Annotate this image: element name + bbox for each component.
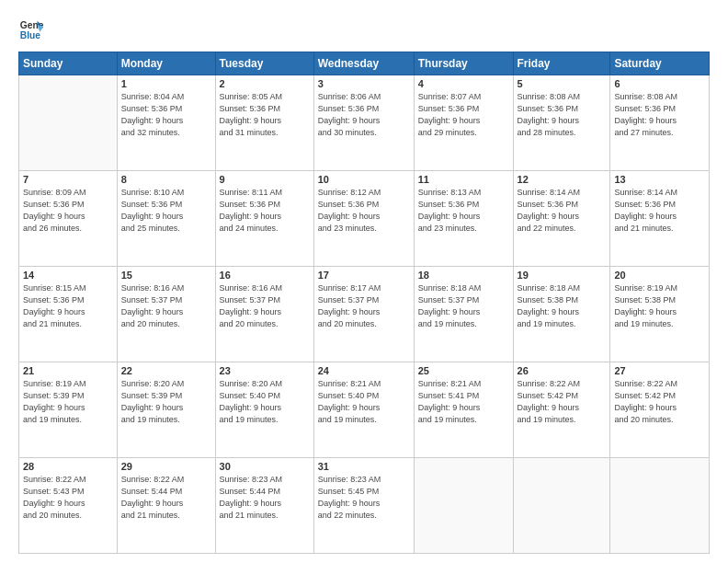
- day-info: Sunrise: 8:07 AMSunset: 5:36 PMDaylight:…: [418, 91, 509, 139]
- day-number: 25: [418, 365, 509, 376]
- calendar-cell: 2Sunrise: 8:05 AMSunset: 5:36 PMDaylight…: [215, 75, 313, 171]
- calendar-cell: 5Sunrise: 8:08 AMSunset: 5:36 PMDaylight…: [513, 75, 610, 171]
- calendar-cell: 10Sunrise: 8:12 AMSunset: 5:36 PMDayligh…: [313, 171, 414, 267]
- day-number: 8: [121, 174, 211, 185]
- day-number: 3: [318, 78, 410, 89]
- weekday-header: Tuesday: [215, 52, 313, 75]
- day-number: 11: [418, 174, 509, 185]
- logo: General Blue: [18, 17, 48, 42]
- calendar-cell: 17Sunrise: 8:17 AMSunset: 5:37 PMDayligh…: [313, 267, 414, 362]
- day-info: Sunrise: 8:09 AMSunset: 5:36 PMDaylight:…: [23, 187, 113, 235]
- calendar-cell: 19Sunrise: 8:18 AMSunset: 5:38 PMDayligh…: [513, 267, 610, 362]
- calendar-cell: 8Sunrise: 8:10 AMSunset: 5:36 PMDaylight…: [117, 171, 215, 267]
- day-number: 16: [220, 270, 310, 281]
- calendar-cell: 21Sunrise: 8:19 AMSunset: 5:39 PMDayligh…: [19, 362, 118, 458]
- calendar-cell: 15Sunrise: 8:16 AMSunset: 5:37 PMDayligh…: [117, 267, 215, 362]
- day-info: Sunrise: 8:14 AMSunset: 5:36 PMDaylight:…: [518, 187, 607, 235]
- calendar-cell: 11Sunrise: 8:13 AMSunset: 5:36 PMDayligh…: [414, 171, 513, 267]
- calendar-cell: 6Sunrise: 8:08 AMSunset: 5:36 PMDaylight…: [610, 75, 710, 171]
- day-number: 18: [418, 270, 509, 281]
- calendar-cell: 25Sunrise: 8:21 AMSunset: 5:41 PMDayligh…: [414, 362, 513, 458]
- calendar-cell: 7Sunrise: 8:09 AMSunset: 5:36 PMDaylight…: [19, 171, 118, 267]
- day-info: Sunrise: 8:21 AMSunset: 5:40 PMDaylight:…: [318, 378, 410, 426]
- calendar-cell: [19, 75, 118, 171]
- day-number: 7: [23, 174, 113, 185]
- day-number: 14: [23, 270, 113, 281]
- day-info: Sunrise: 8:19 AMSunset: 5:39 PMDaylight:…: [23, 378, 113, 426]
- day-info: Sunrise: 8:22 AMSunset: 5:42 PMDaylight:…: [518, 378, 607, 426]
- day-number: 2: [220, 78, 310, 89]
- day-info: Sunrise: 8:22 AMSunset: 5:42 PMDaylight:…: [614, 378, 705, 426]
- calendar-cell: 12Sunrise: 8:14 AMSunset: 5:36 PMDayligh…: [513, 171, 610, 267]
- day-info: Sunrise: 8:11 AMSunset: 5:36 PMDaylight:…: [220, 187, 310, 235]
- day-info: Sunrise: 8:20 AMSunset: 5:39 PMDaylight:…: [121, 378, 211, 426]
- calendar-cell: [610, 458, 710, 554]
- calendar-cell: 13Sunrise: 8:14 AMSunset: 5:36 PMDayligh…: [610, 171, 710, 267]
- day-info: Sunrise: 8:04 AMSunset: 5:36 PMDaylight:…: [121, 91, 211, 139]
- calendar-week-row: 28Sunrise: 8:22 AMSunset: 5:43 PMDayligh…: [19, 458, 710, 554]
- day-info: Sunrise: 8:18 AMSunset: 5:37 PMDaylight:…: [418, 282, 509, 330]
- calendar-cell: 30Sunrise: 8:23 AMSunset: 5:44 PMDayligh…: [215, 458, 313, 554]
- day-info: Sunrise: 8:16 AMSunset: 5:37 PMDaylight:…: [121, 282, 211, 330]
- day-number: 28: [23, 461, 113, 472]
- calendar-week-row: 21Sunrise: 8:19 AMSunset: 5:39 PMDayligh…: [19, 362, 710, 458]
- day-info: Sunrise: 8:12 AMSunset: 5:36 PMDaylight:…: [318, 187, 410, 235]
- day-info: Sunrise: 8:10 AMSunset: 5:36 PMDaylight:…: [121, 187, 211, 235]
- calendar-week-row: 7Sunrise: 8:09 AMSunset: 5:36 PMDaylight…: [19, 171, 710, 267]
- day-number: 20: [614, 270, 705, 281]
- day-number: 19: [518, 270, 607, 281]
- day-number: 27: [614, 365, 705, 376]
- logo-icon: General Blue: [18, 17, 44, 42]
- day-info: Sunrise: 8:19 AMSunset: 5:38 PMDaylight:…: [614, 282, 705, 330]
- day-info: Sunrise: 8:13 AMSunset: 5:36 PMDaylight:…: [418, 187, 509, 235]
- calendar-cell: 31Sunrise: 8:23 AMSunset: 5:45 PMDayligh…: [313, 458, 414, 554]
- day-info: Sunrise: 8:20 AMSunset: 5:40 PMDaylight:…: [220, 378, 310, 426]
- day-number: 12: [518, 174, 607, 185]
- day-number: 15: [121, 270, 211, 281]
- day-number: 9: [220, 174, 310, 185]
- day-info: Sunrise: 8:08 AMSunset: 5:36 PMDaylight:…: [518, 91, 607, 139]
- calendar-cell: 28Sunrise: 8:22 AMSunset: 5:43 PMDayligh…: [19, 458, 118, 554]
- calendar-cell: [414, 458, 513, 554]
- calendar-cell: 26Sunrise: 8:22 AMSunset: 5:42 PMDayligh…: [513, 362, 610, 458]
- weekday-header: Friday: [513, 52, 610, 75]
- day-number: 29: [121, 461, 211, 472]
- calendar-cell: 14Sunrise: 8:15 AMSunset: 5:36 PMDayligh…: [19, 267, 118, 362]
- day-info: Sunrise: 8:06 AMSunset: 5:36 PMDaylight:…: [318, 91, 410, 139]
- calendar-cell: 16Sunrise: 8:16 AMSunset: 5:37 PMDayligh…: [215, 267, 313, 362]
- calendar-cell: 3Sunrise: 8:06 AMSunset: 5:36 PMDaylight…: [313, 75, 414, 171]
- day-info: Sunrise: 8:08 AMSunset: 5:36 PMDaylight:…: [614, 91, 705, 139]
- day-info: Sunrise: 8:16 AMSunset: 5:37 PMDaylight:…: [220, 282, 310, 330]
- page-header: General Blue: [18, 17, 710, 42]
- day-number: 10: [318, 174, 410, 185]
- day-number: 1: [121, 78, 211, 89]
- day-number: 21: [23, 365, 113, 376]
- day-number: 23: [220, 365, 310, 376]
- day-info: Sunrise: 8:23 AMSunset: 5:44 PMDaylight:…: [220, 474, 310, 522]
- weekday-header: Monday: [117, 52, 215, 75]
- day-number: 26: [518, 365, 607, 376]
- day-info: Sunrise: 8:23 AMSunset: 5:45 PMDaylight:…: [318, 474, 410, 522]
- day-number: 13: [614, 174, 705, 185]
- calendar-week-row: 14Sunrise: 8:15 AMSunset: 5:36 PMDayligh…: [19, 267, 710, 362]
- day-info: Sunrise: 8:14 AMSunset: 5:36 PMDaylight:…: [614, 187, 705, 235]
- calendar-cell: 27Sunrise: 8:22 AMSunset: 5:42 PMDayligh…: [610, 362, 710, 458]
- day-number: 22: [121, 365, 211, 376]
- day-number: 24: [318, 365, 410, 376]
- day-info: Sunrise: 8:17 AMSunset: 5:37 PMDaylight:…: [318, 282, 410, 330]
- day-number: 17: [318, 270, 410, 281]
- day-info: Sunrise: 8:21 AMSunset: 5:41 PMDaylight:…: [418, 378, 509, 426]
- svg-text:Blue: Blue: [20, 30, 41, 40]
- day-number: 5: [518, 78, 607, 89]
- calendar-cell: 4Sunrise: 8:07 AMSunset: 5:36 PMDaylight…: [414, 75, 513, 171]
- calendar-cell: 9Sunrise: 8:11 AMSunset: 5:36 PMDaylight…: [215, 171, 313, 267]
- day-number: 6: [614, 78, 705, 89]
- calendar-cell: 24Sunrise: 8:21 AMSunset: 5:40 PMDayligh…: [313, 362, 414, 458]
- calendar-cell: [513, 458, 610, 554]
- calendar-table: SundayMondayTuesdayWednesdayThursdayFrid…: [18, 52, 710, 554]
- weekday-header: Saturday: [610, 52, 710, 75]
- calendar-cell: 1Sunrise: 8:04 AMSunset: 5:36 PMDaylight…: [117, 75, 215, 171]
- calendar-week-row: 1Sunrise: 8:04 AMSunset: 5:36 PMDaylight…: [19, 75, 710, 171]
- day-info: Sunrise: 8:05 AMSunset: 5:36 PMDaylight:…: [220, 91, 310, 139]
- weekday-header: Sunday: [19, 52, 118, 75]
